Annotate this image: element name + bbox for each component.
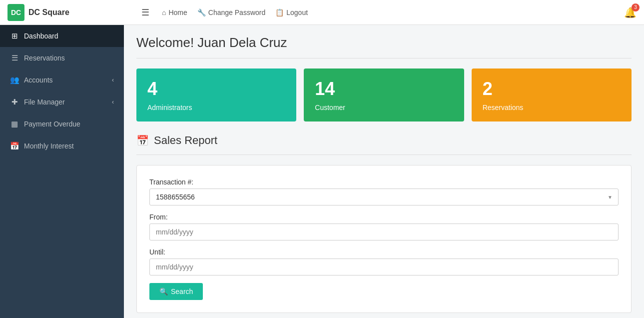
sidebar-item-file-manager[interactable]: ✚ File Manager ‹ bbox=[0, 91, 124, 113]
transaction-select-wrapper: 1588655656 bbox=[149, 188, 619, 206]
stat-label-reservations: Reservations bbox=[483, 104, 621, 112]
welcome-divider bbox=[136, 58, 632, 58]
wrench-icon: 🔧 bbox=[197, 8, 206, 16]
stat-label-customers: Customer bbox=[315, 104, 453, 112]
logout-icon: 📋 bbox=[275, 8, 284, 16]
search-button-label: Search bbox=[171, 288, 193, 296]
from-group: From: bbox=[149, 213, 619, 240]
search-button[interactable]: 🔍 Search bbox=[149, 283, 203, 300]
main-content: Welcome! Juan Dela Cruz 4 Administrators… bbox=[124, 25, 644, 318]
sidebar-item-label-accounts: Accounts bbox=[24, 76, 53, 84]
stat-label-admins: Administrators bbox=[147, 104, 285, 112]
sidebar: ⊞ Dashboard ☰ Reservations 👥 Accounts ‹ … bbox=[0, 25, 124, 318]
sidebar-item-accounts[interactable]: 👥 Accounts ‹ bbox=[0, 69, 124, 91]
from-input[interactable] bbox=[149, 224, 619, 240]
stat-card-customers: 14 Customer bbox=[304, 68, 464, 122]
sidebar-item-label-monthly-interest: Monthly Interest bbox=[24, 142, 74, 150]
until-label: Until: bbox=[149, 248, 619, 256]
brand-name: DC Square bbox=[28, 8, 69, 17]
home-icon: ⌂ bbox=[162, 8, 166, 16]
logout-label: Logout bbox=[286, 8, 308, 16]
welcome-title: Welcome! Juan Dela Cruz bbox=[136, 35, 632, 50]
navbar-right: 🔔 3 bbox=[624, 6, 637, 18]
sidebar-item-label-reservations: Reservations bbox=[24, 54, 65, 62]
accounts-icon: 👥 bbox=[10, 76, 19, 84]
layout: ⊞ Dashboard ☰ Reservations 👥 Accounts ‹ … bbox=[0, 25, 644, 318]
transaction-group: Transaction #: 1588655656 bbox=[149, 178, 619, 206]
monthly-interest-icon: 📅 bbox=[10, 142, 19, 150]
brand: DC DC Square bbox=[7, 4, 131, 21]
navbar-toggle-icon[interactable]: ☰ bbox=[141, 7, 149, 18]
stat-number-reservations: 2 bbox=[483, 78, 621, 100]
sidebar-item-reservations[interactable]: ☰ Reservations bbox=[0, 47, 124, 69]
file-manager-icon: ✚ bbox=[10, 98, 19, 106]
dashboard-icon: ⊞ bbox=[10, 32, 19, 40]
search-icon: 🔍 bbox=[159, 288, 168, 296]
home-label: Home bbox=[168, 8, 187, 16]
home-link[interactable]: ⌂ Home bbox=[162, 8, 187, 16]
sidebar-item-payment-overdue[interactable]: ▦ Payment Overdue bbox=[0, 113, 124, 135]
notification-bell[interactable]: 🔔 3 bbox=[624, 6, 637, 18]
stat-card-admins: 4 Administrators bbox=[136, 68, 296, 122]
accounts-arrow-icon: ‹ bbox=[112, 76, 114, 84]
reservations-icon: ☰ bbox=[10, 54, 19, 62]
sidebar-item-label-file-manager: File Manager bbox=[24, 98, 65, 106]
payment-overdue-icon: ▦ bbox=[10, 120, 19, 128]
change-password-label: Change Password bbox=[208, 8, 265, 16]
change-password-link[interactable]: 🔧 Change Password bbox=[197, 8, 265, 16]
sales-divider bbox=[136, 154, 632, 155]
until-input[interactable] bbox=[149, 258, 619, 276]
sidebar-item-monthly-interest[interactable]: 📅 Monthly Interest bbox=[0, 135, 124, 157]
sales-report-form: Transaction #: 1588655656 From: Until: 🔍… bbox=[136, 165, 632, 313]
brand-icon: DC bbox=[7, 4, 24, 21]
calendar-icon: 📅 bbox=[136, 134, 149, 146]
notification-badge: 3 bbox=[632, 4, 640, 12]
file-manager-arrow-icon: ‹ bbox=[112, 98, 114, 106]
transaction-label: Transaction #: bbox=[149, 178, 619, 186]
navbar: DC DC Square ☰ ⌂ Home 🔧 Change Password … bbox=[0, 0, 644, 25]
sidebar-item-label-payment-overdue: Payment Overdue bbox=[24, 120, 80, 128]
logout-link[interactable]: 📋 Logout bbox=[275, 8, 308, 16]
until-group: Until: bbox=[149, 248, 619, 276]
stat-card-reservations: 2 Reservations bbox=[472, 68, 632, 122]
sidebar-item-dashboard[interactable]: ⊞ Dashboard bbox=[0, 25, 124, 47]
transaction-select[interactable]: 1588655656 bbox=[149, 188, 619, 206]
sales-report-label: Sales Report bbox=[154, 134, 217, 147]
stat-number-customers: 14 bbox=[315, 78, 453, 100]
sidebar-item-label-dashboard: Dashboard bbox=[24, 32, 58, 40]
stats-row: 4 Administrators 14 Customer 2 Reservati… bbox=[136, 68, 632, 122]
stat-number-admins: 4 bbox=[147, 78, 285, 100]
sales-report-title: 📅 Sales Report bbox=[136, 134, 632, 147]
from-label: From: bbox=[149, 213, 619, 221]
